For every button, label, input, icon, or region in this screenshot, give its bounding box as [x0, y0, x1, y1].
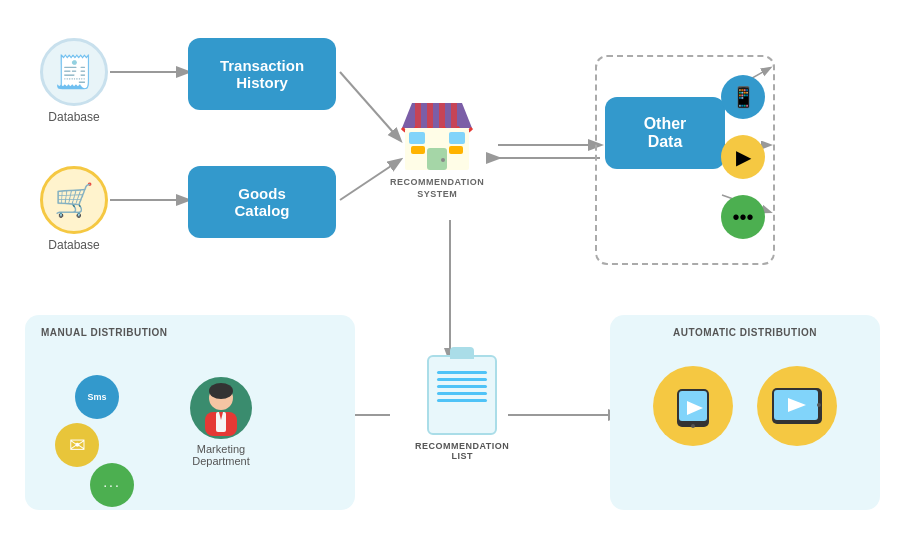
database-1-node: 🧾 Database [40, 38, 108, 124]
manual-distribution-panel: MANUAL DISTRIBUTION Sms ✉ ··· [25, 315, 355, 510]
recommendation-system-node: RECOMMENDATIONSYSTEM [390, 95, 484, 200]
svg-rect-25 [449, 146, 463, 154]
db1-label: Database [48, 110, 99, 124]
svg-rect-17 [427, 103, 433, 128]
svg-marker-15 [402, 103, 472, 128]
diagram-container: 🧾 Database 🛒 Database Transaction Histor… [0, 0, 900, 540]
svg-rect-18 [439, 103, 445, 128]
transaction-history-box: Transaction History [188, 38, 336, 110]
phone-icon: 📱 [721, 75, 765, 119]
manual-distribution-label: MANUAL DISTRIBUTION [25, 315, 355, 338]
svg-rect-22 [409, 132, 425, 144]
store-icon [397, 98, 477, 173]
person-avatar [190, 377, 252, 439]
dots-bubble: ··· [90, 463, 134, 507]
marketing-dept-label: Marketing Department [192, 443, 249, 467]
email-bubble: ✉ [55, 423, 99, 467]
tablet-icon: ▶ [721, 135, 765, 179]
grocery-icon: 🛒 [40, 166, 108, 234]
svg-rect-16 [415, 103, 421, 128]
recommendation-list-node: RECOMMENDATIONLIST [415, 355, 509, 461]
svg-point-36 [691, 424, 695, 428]
svg-rect-24 [411, 146, 425, 154]
other-data-container: Other Data 📱 ▶ ••• [595, 55, 775, 265]
sms-bubble: Sms [75, 375, 119, 419]
auto-device-2 [757, 366, 837, 446]
svg-point-40 [817, 403, 821, 407]
recommendation-system-label: RECOMMENDATIONSYSTEM [390, 177, 484, 200]
receipt-icon: 🧾 [40, 38, 108, 106]
more-icon: ••• [721, 195, 765, 239]
other-data-box: Other Data [605, 97, 725, 169]
recommendation-list-label: RECOMMENDATIONLIST [415, 441, 509, 461]
auto-device-1 [653, 366, 733, 446]
db2-label: Database [48, 238, 99, 252]
database-2-node: 🛒 Database [40, 166, 108, 252]
svg-rect-23 [449, 132, 465, 144]
automatic-distribution-label: AUTOMATIC DISTRIBUTION [610, 315, 880, 338]
svg-point-28 [209, 383, 233, 399]
svg-rect-19 [451, 103, 457, 128]
marketing-dept-node: Marketing Department [190, 377, 252, 467]
automatic-distribution-panel: AUTOMATIC DISTRIBUTION [610, 315, 880, 510]
svg-point-26 [441, 158, 445, 162]
goods-catalog-box: Goods Catalog [188, 166, 336, 238]
